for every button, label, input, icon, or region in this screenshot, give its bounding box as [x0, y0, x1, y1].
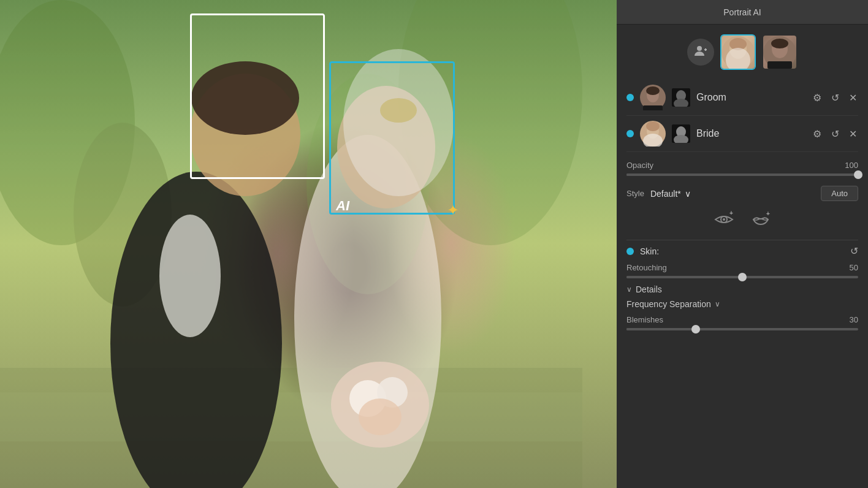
settings-icon: ⚙: [813, 129, 821, 139]
panel-title: Portrait AI: [723, 7, 761, 17]
details-header: ∨ Details: [626, 284, 858, 294]
settings-icon: ⚙: [813, 93, 821, 103]
face-box-groom: [190, 13, 325, 179]
svg-point-38: [646, 121, 660, 131]
skin-header: Skin: ↺: [626, 245, 858, 257]
bride-visibility-dot[interactable]: [626, 130, 634, 137]
bride-mask-thumb: [672, 124, 690, 143]
style-label: Style: [626, 189, 644, 198]
reset-icon: ↺: [850, 246, 858, 256]
bride-name: Bride: [696, 128, 805, 139]
blemishes-section: Blemishes 30: [626, 315, 858, 330]
auto-button[interactable]: Auto: [821, 186, 858, 201]
bride-settings-button[interactable]: ⚙: [812, 127, 823, 141]
blemishes-label: Blemishes: [626, 315, 676, 324]
ai-label: AI: [336, 198, 349, 214]
groom-reset-button[interactable]: ↺: [830, 91, 840, 105]
person-row-groom: Groom ⚙ ↺ ✕: [626, 80, 858, 116]
skin-label: Skin:: [640, 246, 844, 256]
svg-text:+: +: [729, 211, 733, 216]
opacity-value: 100: [840, 161, 858, 170]
retouching-slider[interactable]: [626, 276, 858, 278]
groom-name: Groom: [696, 92, 805, 103]
opacity-slider[interactable]: [626, 173, 858, 176]
skin-visibility-dot[interactable]: [626, 248, 634, 255]
opacity-section: Opacity 100: [626, 161, 858, 176]
add-eyes-button[interactable]: + Add Eyes: [713, 211, 735, 232]
close-icon: ✕: [849, 129, 857, 139]
reset-icon: ↺: [831, 93, 839, 103]
details-label: Details: [636, 284, 662, 294]
bride-mini-thumb: [640, 121, 666, 147]
groom-mask-thumb: [672, 88, 690, 107]
face-thumbnails-row: [626, 34, 858, 70]
svg-point-31: [646, 86, 660, 95]
frequency-separation-row: Frequency Separation ∨: [626, 299, 858, 309]
bride-actions: ⚙ ↺ ✕: [812, 127, 858, 141]
bride-face-image: [721, 36, 755, 69]
groom-visibility-dot[interactable]: [626, 94, 634, 101]
groom-mini-thumb: [640, 85, 666, 110]
frequency-separation-label: Frequency Separation: [626, 299, 711, 309]
freq-sep-chevron-icon: ∨: [715, 300, 720, 308]
groom-settings-button[interactable]: ⚙: [812, 91, 823, 105]
skin-reset-button[interactable]: ↺: [850, 245, 858, 257]
face-thumb-bride[interactable]: [720, 34, 756, 70]
opacity-label: Opacity: [626, 161, 676, 170]
groom-actions: ⚙ ↺ ✕: [812, 91, 858, 105]
blemishes-value: 30: [840, 315, 858, 324]
blemishes-thumb[interactable]: [691, 325, 700, 334]
retouching-label: Retouching: [626, 263, 676, 272]
blemishes-fill: [626, 328, 696, 330]
sparkle-icon: ✦: [447, 202, 459, 219]
opacity-thumb[interactable]: [854, 170, 862, 179]
style-value: Default*: [650, 189, 681, 199]
svg-point-9: [159, 215, 221, 337]
retouching-thumb[interactable]: [738, 273, 747, 281]
svg-point-44: [723, 218, 725, 221]
details-chevron-icon: ∨: [626, 285, 632, 294]
retouching-value: 50: [840, 263, 858, 272]
panel-content[interactable]: Groom ⚙ ↺ ✕: [617, 25, 868, 488]
svg-text:+: +: [766, 211, 770, 217]
svg-point-27: [771, 39, 788, 48]
panel-title-bar: Portrait AI: [617, 0, 868, 25]
bride-close-button[interactable]: ✕: [848, 127, 858, 141]
close-icon: ✕: [849, 93, 857, 103]
bride-reset-button[interactable]: ↺: [830, 127, 840, 141]
divider-1: [626, 240, 858, 240]
style-dropdown[interactable]: Default* ∨: [650, 189, 691, 199]
groom-face-image: [763, 36, 796, 69]
retouching-fill: [626, 276, 742, 278]
blemishes-slider[interactable]: [626, 328, 858, 330]
face-box-bride: AI ✦: [329, 61, 455, 215]
add-lips-button[interactable]: + Add Lips: [750, 211, 772, 232]
face-thumb-groom[interactable]: [762, 34, 798, 70]
svg-point-18: [697, 46, 702, 51]
retouching-section: Retouching 50: [626, 263, 858, 278]
person-row-bride: Bride ⚙ ↺ ✕: [626, 116, 858, 152]
groom-close-button[interactable]: ✕: [848, 91, 858, 105]
portrait-ai-panel: Portrait AI: [617, 0, 868, 488]
style-row: Style Default* ∨ Auto: [626, 186, 858, 201]
add-face-button[interactable]: [687, 39, 714, 66]
action-icons-row: + Add Eyes + Add Lips: [626, 211, 858, 232]
svg-rect-32: [643, 105, 663, 110]
reset-icon: ↺: [831, 129, 839, 139]
svg-rect-28: [767, 61, 792, 69]
svg-point-17: [359, 398, 402, 435]
chevron-down-icon: ∨: [685, 189, 691, 199]
add-person-icon: [693, 44, 708, 61]
opacity-fill: [626, 173, 858, 176]
